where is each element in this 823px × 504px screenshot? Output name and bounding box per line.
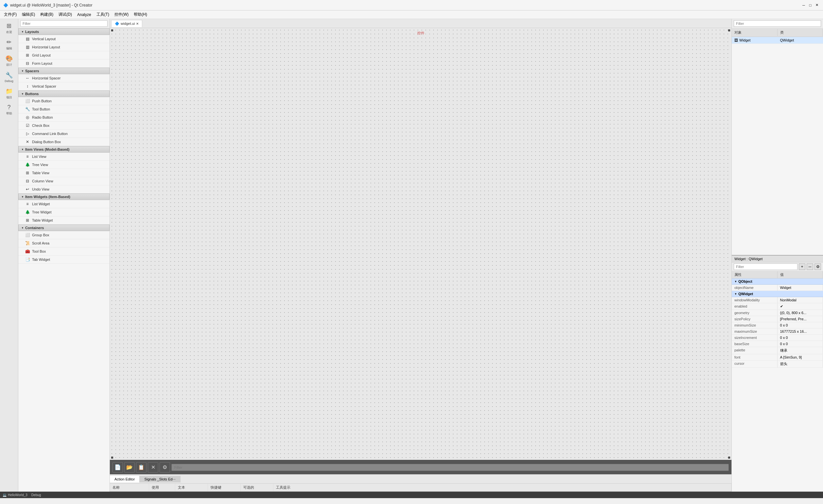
activity-item-welcome[interactable]: ⊞欢迎 (1, 20, 17, 36)
activity-item-projects[interactable]: 📁项目 (1, 86, 17, 101)
action-col-快捷键: 快捷键 (208, 484, 241, 491)
widget-item-check-box[interactable]: ☑Check Box (18, 121, 110, 130)
widget-item-scroll-area[interactable]: 📜Scroll Area (18, 239, 110, 247)
widget-item-push-button[interactable]: ⬜Push Button (18, 97, 110, 105)
add-property-button[interactable]: + (799, 263, 805, 270)
section-header-buttons[interactable]: ▼ Buttons (18, 90, 110, 97)
widget-item-list-widget[interactable]: ≡List Widget (18, 200, 110, 208)
bottom-tool-btn-open2[interactable]: 📂 (124, 462, 135, 473)
projects-icon: 📁 (6, 87, 13, 95)
prop-value-enabled[interactable]: ✔ (778, 303, 823, 309)
menu-item-help[interactable]: 帮助(H) (131, 11, 150, 18)
prop-value-baseSize[interactable]: 0 x 0 (778, 341, 823, 347)
widget-item-vertical-layout[interactable]: ▤Vertical Layout (18, 35, 110, 43)
object-row[interactable]: 🖼 Widget QWidget (732, 37, 823, 44)
horizontal-layout-icon: ▥ (25, 44, 30, 50)
menu-item-tools[interactable]: 工具(T) (94, 11, 112, 18)
welcome-icon: ⊞ (7, 22, 11, 29)
resize-handle-tr[interactable] (728, 29, 730, 31)
menu-item-debug[interactable]: 调试(D) (56, 11, 74, 18)
section-header-spacers[interactable]: ▼ Spacers (18, 68, 110, 74)
activity-label-projects: 项目 (6, 95, 12, 100)
design-canvas[interactable]: 控件 (110, 28, 731, 460)
menu-item-controls[interactable]: 控件(W) (112, 11, 131, 18)
menu-item-file[interactable]: 文件(F) (1, 11, 19, 18)
widget-item-grid-layout[interactable]: ⊞Grid Layout (18, 51, 110, 59)
close-button[interactable]: ✕ (814, 2, 820, 8)
bottom-tool-btn-new[interactable]: 📄 (113, 462, 123, 473)
widget-item-tree-view[interactable]: 🌲Tree View (18, 161, 110, 169)
widget-label-grid-layout: Grid Layout (32, 53, 51, 57)
activity-item-help[interactable]: ?帮助 (1, 102, 17, 118)
resize-handle-bl[interactable] (111, 457, 113, 459)
widget-item-radio-button[interactable]: ◎Radio Button (18, 113, 110, 121)
bottom-tool-btn-copy[interactable]: 📋 (136, 462, 147, 473)
object-filter-area (732, 19, 823, 28)
section-header-layouts[interactable]: ▼ Layouts (18, 28, 110, 35)
prop-value-cursor[interactable]: 箭头 (778, 360, 823, 367)
section-header-containers[interactable]: ▼ Containers (18, 225, 110, 231)
window-controls[interactable]: ─ □ ✕ (801, 2, 820, 8)
debug-icon: 🔧 (6, 71, 13, 79)
object-name-cell: 🖼 Widget (732, 37, 778, 43)
widget-item-undo-view[interactable]: ↩Undo View (18, 185, 110, 194)
widget-item-tab-widget[interactable]: 📑Tab Widget (18, 256, 110, 264)
widget-item-table-view[interactable]: ⊞Table View (18, 169, 110, 177)
widget-item-horizontal-layout[interactable]: ▥Horizontal Layout (18, 43, 110, 51)
prop-value-minimumSize[interactable]: 0 x 0 (778, 322, 823, 328)
widget-item-group-box[interactable]: ⬜Group Box (18, 231, 110, 239)
widget-item-list-view[interactable]: ≡List View (18, 153, 110, 161)
dialog-button-box-icon: ✕ (25, 139, 30, 145)
prop-group-qobject[interactable]: ▼QObject (732, 278, 823, 285)
scroll-area-icon: 📜 (25, 241, 30, 246)
section-header-item-widgets[interactable]: ▼ Item Widgets (Item-Based) (18, 194, 110, 200)
widget-item-column-view[interactable]: ⊟Column View (18, 177, 110, 185)
activity-item-debug[interactable]: 🔧Debug (1, 69, 17, 85)
bottom-tool-btn-settings[interactable]: ⚙ (160, 462, 170, 473)
widget-item-form-layout[interactable]: ⊟Form Layout (18, 59, 110, 68)
canvas-tab[interactable]: 🔷 widget.ui ✕ (111, 20, 142, 27)
widget-item-tree-widget[interactable]: 🌲Tree Widget (18, 208, 110, 216)
widget-item-vertical-spacer[interactable]: ↕Vertical Spacer (18, 82, 110, 90)
prop-value-font[interactable]: A [SimSun, 9] (778, 354, 823, 360)
minimize-button[interactable]: ─ (801, 2, 807, 8)
tab-close-button[interactable]: ✕ (136, 22, 139, 25)
prop-value-geometry[interactable]: {(0, 0), 800 x 6... (778, 310, 823, 316)
prop-value-sizePolicy[interactable]: [Preferred, Pre... (778, 316, 823, 322)
section-header-item-views[interactable]: ▼ Item Views (Model-Based) (18, 146, 110, 153)
widget-item-horizontal-spacer[interactable]: ↔Horizontal Spacer (18, 74, 110, 82)
widget-item-dialog-button-box[interactable]: ✕Dialog Button Box (18, 138, 110, 146)
object-filter-input[interactable] (734, 20, 821, 27)
prop-value-maximumSize[interactable]: 16777215 x 16... (778, 328, 823, 334)
widget-filter-input[interactable] (20, 20, 108, 27)
bottom-filter-input[interactable] (171, 464, 729, 471)
resize-handle-br[interactable] (728, 457, 730, 459)
prop-value-sizeIncrement[interactable]: 0 x 0 (778, 335, 823, 340)
action-tab-action-editor[interactable]: Action Editor (110, 476, 140, 482)
prop-value-windowModality[interactable]: NonModal (778, 297, 823, 303)
configure-property-button[interactable]: ⚙ (815, 263, 821, 270)
action-tab-signals-slots[interactable]: Signals _Slots Ed··· (140, 476, 180, 482)
resize-handle-tl[interactable] (111, 29, 113, 31)
widget-item-tool-box[interactable]: 🧰Tool Box (18, 247, 110, 256)
remove-property-button[interactable]: ─ (807, 263, 813, 270)
menu-item-edit[interactable]: 编辑(E) (19, 11, 38, 18)
prop-row-sizeIncrement: sizeIncrement 0 x 0 (732, 335, 823, 341)
prop-row-cursor: cursor 箭头 (732, 360, 823, 368)
prop-value-objectName[interactable]: Widget (778, 285, 823, 291)
activity-item-edit[interactable]: ✏编辑 (1, 37, 17, 52)
widget-item-command-link-button[interactable]: ▷Command Link Button (18, 130, 110, 138)
prop-value-palette[interactable]: 继承 (778, 347, 823, 354)
grid-layout-icon: ⊞ (25, 53, 30, 58)
widget-item-tool-button[interactable]: 🔧Tool Button (18, 105, 110, 113)
activity-item-design[interactable]: 🎨设计 (1, 53, 17, 69)
restore-button[interactable]: □ (807, 2, 813, 8)
menu-item-build[interactable]: 构建(B) (38, 11, 56, 18)
prop-name-objectName: objectName (732, 285, 778, 291)
bottom-tool-btn-delete[interactable]: ✕ (148, 462, 158, 473)
canvas-area: 🔷 widget.ui ✕ 控件 📄📂📋✕⚙ Action EditorSign… (110, 19, 731, 492)
property-filter-input[interactable] (734, 263, 798, 270)
menu-item-analyze[interactable]: Analyze (74, 12, 94, 18)
widget-item-table-widget[interactable]: ⊞Table Widget (18, 216, 110, 225)
prop-group-qwidget[interactable]: ▼QWidget (732, 291, 823, 297)
